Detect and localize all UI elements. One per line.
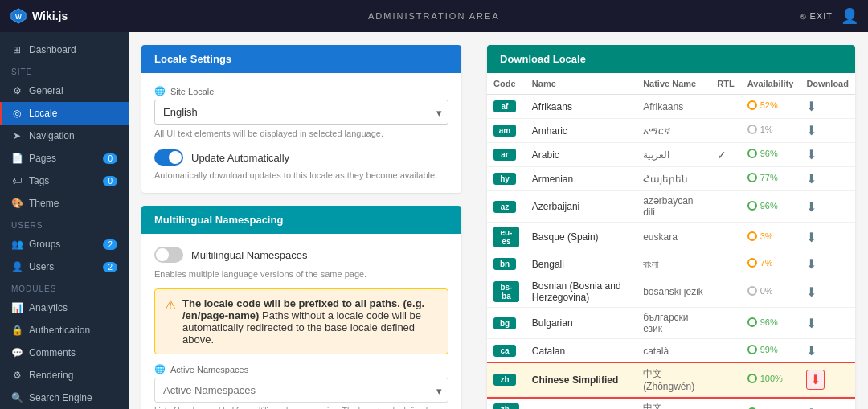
download-button-az[interactable]: ⬇ <box>806 199 817 215</box>
col-code: Code <box>487 73 526 95</box>
sidebar-item-locale[interactable]: ◎Locale <box>0 102 129 125</box>
sidebar-section-modules: Modules <box>0 278 129 297</box>
download-button-hy[interactable]: ⬇ <box>806 171 817 186</box>
locale-icon: ◎ <box>11 108 23 119</box>
cell-name-bn: Bengali <box>526 252 637 276</box>
cell-rtl-hy <box>710 167 740 191</box>
sidebar-item-label-pages: Pages <box>29 153 56 164</box>
download-button-am[interactable]: ⬇ <box>806 123 817 138</box>
user-avatar-icon[interactable]: 👤 <box>841 7 858 25</box>
download-button-eu-es[interactable]: ⬇ <box>806 230 817 245</box>
table-row: caCatalancatalà99%⬇ <box>487 339 855 363</box>
locale-settings-header: Locale Settings <box>141 45 461 73</box>
download-locale-card: Download Locale Code Name Native Name RT… <box>487 45 855 409</box>
sidebar-item-analytics[interactable]: 📊Analytics <box>0 297 129 319</box>
cell-code-bn: bn <box>487 252 526 276</box>
cell-rtl-am <box>710 119 740 143</box>
lang-badge-ar: ar <box>493 149 516 161</box>
table-header-row: Code Name Native Name RTL Availability D… <box>487 73 855 95</box>
badge-groups: 2 <box>103 239 117 250</box>
download-button-bg[interactable]: ⬇ <box>806 316 817 331</box>
multilingual-toggle[interactable] <box>154 247 183 263</box>
site-locale-select-wrapper: English ▾ <box>154 100 448 125</box>
avail-dot-af <box>747 100 757 110</box>
cell-rtl-af <box>710 95 740 119</box>
site-locale-group: 🌐 Site Locale English ▾ All UI text elem… <box>154 86 448 138</box>
lang-badge-hy: hy <box>493 173 516 185</box>
cell-name-hy: Armenian <box>526 167 637 191</box>
download-button-zh-tw[interactable]: ⬇ <box>806 406 817 409</box>
active-ns-select[interactable]: Active Namespaces <box>154 378 448 403</box>
sidebar-item-theme[interactable]: 🎨Theme <box>0 192 129 215</box>
toggle-dot <box>169 151 182 164</box>
cell-native-hy: Հայերեն <box>637 167 710 191</box>
cell-code-eu-es: eu-es <box>487 223 526 252</box>
lang-badge-eu-es: eu-es <box>493 227 519 247</box>
cell-rtl-eu-es <box>710 223 740 252</box>
sidebar-item-label-groups: Groups <box>29 239 60 250</box>
cell-code-zh-tw: zh-tw <box>487 397 526 410</box>
sidebar-item-search-engine[interactable]: 🔍Search Engine <box>0 387 129 409</box>
avail-pct-ar: 96% <box>760 149 778 158</box>
topbar: W Wiki.js ADMINISTRATION AREA ⎋ EXIT 👤 <box>0 0 868 32</box>
avail-pct-az: 96% <box>760 201 778 211</box>
checkmark-icon: ✓ <box>717 149 727 162</box>
avail-pct-hy: 77% <box>760 173 778 182</box>
avail-dot-hy <box>747 173 757 182</box>
cell-rtl-az <box>710 191 740 223</box>
left-panel: Locale Settings 🌐 Site Locale English ▾ <box>129 32 474 409</box>
download-button-ar[interactable]: ⬇ <box>806 147 817 162</box>
cell-code-af: af <box>487 95 526 119</box>
update-auto-toggle[interactable] <box>154 149 183 166</box>
cell-download-bg: ⬇ <box>800 308 855 339</box>
sidebar-item-label-general: General <box>29 85 63 96</box>
exit-button[interactable]: ⎋ EXIT <box>800 11 833 21</box>
comments-icon: 💬 <box>11 347 23 358</box>
sidebar-item-dashboard[interactable]: ⊞Dashboard <box>0 39 129 61</box>
sidebar-item-rendering[interactable]: ⚙Rendering <box>0 364 129 387</box>
warning-box: ⚠ The locale code will be prefixed to al… <box>154 288 448 354</box>
multilingual-title: Multilingual Namespacing <box>154 214 283 226</box>
sidebar-item-navigation[interactable]: ➤Navigation <box>0 125 129 147</box>
theme-icon: 🎨 <box>11 198 23 209</box>
avail-pct-zh: 100% <box>760 374 783 383</box>
sidebar-item-pages[interactable]: 📄Pages0 <box>0 147 129 170</box>
locale-table-body: afAfrikaansAfrikaans52%⬇amAmharicአማርኛ1%⬇… <box>487 95 855 410</box>
cell-native-ca: català <box>637 339 710 363</box>
download-button-bs-ba[interactable]: ⬇ <box>806 284 817 300</box>
site-locale-select[interactable]: English <box>154 100 448 125</box>
sidebar-item-users[interactable]: 👤Users2 <box>0 256 129 278</box>
multilingual-header: Multilingual Namespacing <box>141 206 461 234</box>
sidebar-item-tags[interactable]: 🏷Tags0 <box>0 170 129 192</box>
download-button-bn[interactable]: ⬇ <box>806 256 817 272</box>
sidebar-item-label-dashboard: Dashboard <box>29 44 76 55</box>
admin-area-label: ADMINISTRATION AREA <box>368 11 500 21</box>
cell-rtl-ca <box>710 339 740 363</box>
lang-badge-zh-tw: zh-tw <box>493 403 519 410</box>
avail-pct-af: 52% <box>760 100 778 110</box>
sidebar-item-general[interactable]: ⚙General <box>0 80 129 102</box>
globe-icon: 🌐 <box>154 86 166 96</box>
cell-avail-az: 96% <box>741 191 800 223</box>
update-auto-label: Update Automatically <box>191 152 289 164</box>
right-panel: Download Locale Code Name Native Name RT… <box>474 32 868 409</box>
cell-download-bs-ba: ⬇ <box>800 276 855 308</box>
cell-download-zh: ⬇ <box>800 363 855 397</box>
multilingual-card: Multilingual Namespacing Multilingual Na… <box>141 206 461 409</box>
sidebar-item-label-locale: Locale <box>29 108 57 119</box>
cell-name-az: Azerbaijani <box>526 191 637 223</box>
table-row: bnBengaliবাংলা7%⬇ <box>487 252 855 276</box>
warning-content: The locale code will be prefixed to all … <box>182 297 438 346</box>
sidebar-item-authentication[interactable]: 🔒Authentication <box>0 319 129 342</box>
sidebar-item-groups[interactable]: 👥Groups2 <box>0 233 129 256</box>
dashboard-icon: ⊞ <box>11 44 23 55</box>
download-button-ca[interactable]: ⬇ <box>806 343 817 358</box>
download-button-af[interactable]: ⬇ <box>806 99 817 114</box>
cell-code-zh: zh <box>487 363 526 397</box>
search-engine-icon: 🔍 <box>11 392 23 403</box>
sidebar-item-comments[interactable]: 💬Comments <box>0 342 129 364</box>
cell-avail-bn: 7% <box>741 252 800 276</box>
download-button-zh[interactable]: ⬇ <box>806 370 825 390</box>
pages-icon: 📄 <box>11 153 23 164</box>
analytics-icon: 📊 <box>11 302 23 313</box>
